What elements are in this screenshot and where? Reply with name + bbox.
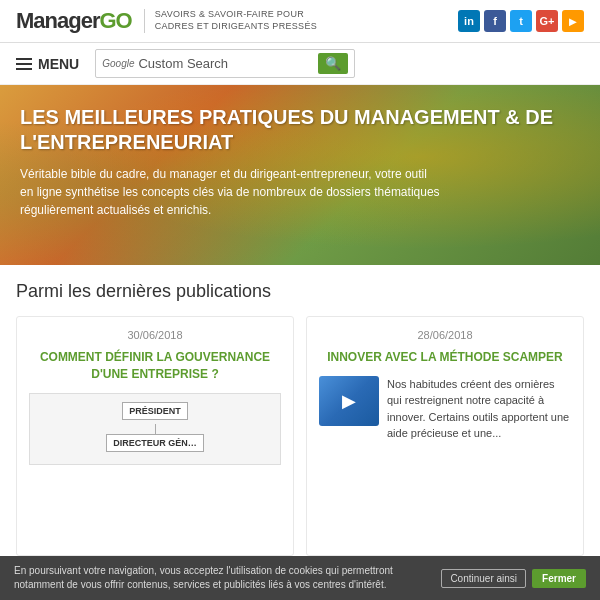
cards-row: 30/06/2018 COMMENT DÉFINIR LA GOUVERNANC…	[16, 316, 584, 556]
menu-label: Menu	[38, 56, 79, 72]
site-logo[interactable]: ManagerGO	[16, 8, 132, 34]
main-content: Parmi les dernières publications 30/06/2…	[0, 265, 600, 556]
site-header: ManagerGO SAVOIRS & SAVOIR-FAIRE POUR CA…	[0, 0, 600, 43]
card-1-org-chart: PRÉSIDENT DIRECTEUR GÉN…	[29, 393, 281, 465]
twitter-icon[interactable]: t	[510, 10, 532, 32]
card-2-content: ▶ Nos habitudes créent des ornières qui …	[319, 376, 571, 442]
card-1-title[interactable]: COMMENT DÉFINIR LA GOUVERNANCE D'UNE ENT…	[29, 349, 281, 383]
hamburger-icon	[16, 58, 32, 70]
cookie-actions: Continuer ainsi Fermer	[441, 569, 586, 588]
cookie-bar: En poursuivant votre navigation, vous ac…	[0, 556, 600, 600]
org-box-director: DIRECTEUR GÉN…	[106, 434, 204, 452]
card-2-thumbnail: ▶	[319, 376, 379, 426]
menu-button[interactable]: Menu	[16, 56, 79, 72]
site-tagline: SAVOIRS & SAVOIR-FAIRE POUR CADRES ET DI…	[144, 9, 317, 32]
cookie-params-button[interactable]: Continuer ainsi	[441, 569, 526, 588]
search-input[interactable]	[138, 56, 314, 71]
card-2: 28/06/2018 Innover avec la méthode SCAMP…	[306, 316, 584, 556]
logo-area: ManagerGO SAVOIRS & SAVOIR-FAIRE POUR CA…	[16, 8, 317, 34]
thumb-arrow-icon: ▶	[342, 390, 356, 412]
hero-content: Les meilleures pratiques du management &…	[0, 85, 600, 235]
facebook-icon[interactable]: f	[484, 10, 506, 32]
hero-section: Les meilleures pratiques du management &…	[0, 85, 600, 265]
logo-text: Manager	[16, 8, 99, 33]
org-line	[155, 424, 156, 434]
card-1-date: 30/06/2018	[29, 329, 281, 341]
navbar: Menu Google 🔍	[0, 43, 600, 85]
card-2-date: 28/06/2018	[319, 329, 571, 341]
card-2-body: Nos habitudes créent des ornières qui re…	[387, 376, 571, 442]
google-label: Google	[102, 58, 134, 69]
google-plus-icon[interactable]: G+	[536, 10, 558, 32]
social-icons: in f t G+ ►	[458, 10, 584, 32]
cookie-text: En poursuivant votre navigation, vous ac…	[14, 564, 431, 592]
hero-description: Véritable bible du cadre, du manager et …	[20, 165, 440, 219]
logo-go: GO	[99, 8, 131, 33]
search-bar: Google 🔍	[95, 49, 355, 78]
search-button[interactable]: 🔍	[318, 53, 348, 74]
hero-title: Les meilleures pratiques du management &…	[20, 105, 580, 155]
linkedin-icon[interactable]: in	[458, 10, 480, 32]
rss-icon[interactable]: ►	[562, 10, 584, 32]
org-box-president: PRÉSIDENT	[122, 402, 188, 420]
card-1: 30/06/2018 COMMENT DÉFINIR LA GOUVERNANC…	[16, 316, 294, 556]
cookie-close-button[interactable]: Fermer	[532, 569, 586, 588]
card-2-title[interactable]: Innover avec la méthode SCAMPER	[319, 349, 571, 366]
section-title: Parmi les dernières publications	[16, 281, 584, 302]
